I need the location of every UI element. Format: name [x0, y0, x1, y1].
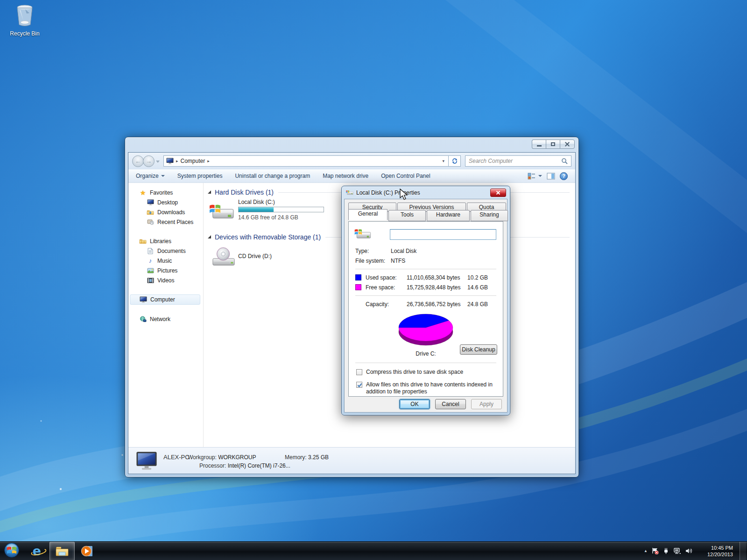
uninstall-program-button[interactable]: Uninstall or change a program — [235, 173, 310, 179]
media-player-icon — [81, 545, 94, 558]
apply-button[interactable]: Apply — [471, 399, 502, 409]
used-space-row: Used space: 11,010,658,304 bytes 10.2 GB — [349, 273, 503, 282]
pictures-label: Pictures — [157, 267, 177, 274]
type-label: Type: — [355, 248, 391, 254]
workgroup-row: Workgroup: WORKGROUP — [188, 454, 256, 461]
hard-drive-icon — [209, 202, 234, 223]
show-hidden-icons-button[interactable]: ▲ — [644, 549, 648, 553]
recycle-bin-icon — [14, 3, 35, 28]
sidebar-item-libraries[interactable]: Libraries — [128, 236, 203, 246]
breadcrumb-arrow-icon[interactable]: ▸ — [205, 159, 212, 163]
preview-pane-button[interactable] — [547, 173, 555, 180]
taskbar-internet-explorer[interactable]: e — [24, 542, 49, 560]
volume-label-input[interactable] — [390, 229, 496, 240]
forward-button[interactable]: → — [143, 155, 155, 167]
compress-checkbox-label[interactable]: Compress this drive to save disk space — [366, 369, 503, 376]
tab-general[interactable]: General — [348, 209, 388, 220]
sidebar-item-downloads[interactable]: Downloads — [128, 207, 203, 217]
group-title: Devices with Removable Storage (1) — [215, 233, 321, 241]
back-arrow-icon: ← — [135, 158, 141, 165]
index-checkbox-label[interactable]: Allow files on this drive to have conten… — [366, 381, 503, 395]
sidebar-item-desktop[interactable]: Desktop — [128, 197, 203, 207]
general-tab-page: Type: Local Disk File system: NTFS Used … — [348, 221, 503, 397]
capacity-bar — [238, 207, 324, 212]
downloads-label: Downloads — [157, 209, 185, 216]
back-button[interactable]: ← — [132, 155, 144, 167]
dialog-title: Local Disk (C:) Properties — [356, 189, 420, 196]
tab-hardware[interactable]: Hardware — [427, 210, 470, 221]
type-value: Local Disk — [391, 248, 416, 254]
collapse-triangle-icon — [208, 190, 211, 194]
dialog-close-button[interactable] — [490, 189, 506, 197]
breadcrumb-location[interactable]: Computer — [181, 158, 205, 164]
map-network-drive-button[interactable]: Map network drive — [323, 173, 368, 179]
address-dropdown-icon[interactable]: ▾ — [438, 159, 448, 163]
close-button[interactable] — [560, 140, 575, 149]
volume-speaker-icon[interactable] — [685, 547, 693, 554]
power-plug-icon[interactable] — [662, 547, 669, 554]
properties-dialog: Local Disk (C:) Properties Security Prev… — [341, 186, 510, 415]
start-button[interactable] — [4, 542, 20, 560]
processor-row: Processor: Intel(R) Core(TM) i7-26... — [199, 462, 290, 469]
history-dropdown-icon[interactable] — [156, 161, 160, 165]
details-pane: ALEX-PC Workgroup: WORKGROUP Memory: 3.2… — [128, 447, 575, 474]
system-properties-button[interactable]: System properties — [177, 173, 223, 179]
taskbar-windows-explorer[interactable] — [49, 542, 75, 560]
group-title: Hard Disk Drives (1) — [215, 189, 274, 196]
organize-menu[interactable]: Organize — [136, 173, 165, 179]
processor-value: Intel(R) Core(TM) i7-26... — [228, 462, 290, 469]
libraries-label: Libraries — [150, 238, 171, 245]
minimize-button[interactable] — [532, 140, 546, 149]
search-icon[interactable] — [561, 158, 568, 165]
tab-sharing[interactable]: Sharing — [471, 210, 508, 221]
refresh-button[interactable] — [449, 155, 461, 167]
check-icon — [357, 382, 363, 388]
sidebar-item-documents[interactable]: Documents — [128, 246, 203, 256]
desktop-label: Desktop — [157, 199, 178, 206]
network-status-icon[interactable] — [673, 547, 681, 554]
capacity-label: Capacity: — [366, 301, 407, 308]
capacity-gb: 24.8 GB — [467, 301, 488, 308]
taskbar-media-player[interactable] — [75, 542, 100, 560]
libraries-icon — [139, 238, 147, 244]
sidebar-item-computer[interactable]: Computer — [130, 294, 200, 305]
breadcrumb-arrow-icon: ▸ — [174, 159, 181, 163]
ok-button[interactable]: OK — [399, 399, 430, 409]
maximize-button[interactable] — [546, 140, 560, 149]
compress-checkbox-row: Compress this drive to save disk space — [356, 369, 503, 376]
sidebar-item-videos[interactable]: Videos — [128, 275, 203, 285]
action-center-flag-icon[interactable] — [651, 547, 659, 554]
memory-value: 3.25 GB — [308, 454, 329, 461]
disk-cleanup-button[interactable]: Disk Cleanup — [460, 344, 497, 355]
tab-tools[interactable]: Tools — [388, 210, 426, 221]
processor-label: Processor: — [199, 462, 226, 469]
help-button[interactable]: ? — [560, 172, 568, 180]
drive-name: Local Disk (C:) — [238, 199, 324, 205]
dialog-titlebar[interactable]: Local Disk (C:) Properties — [342, 186, 510, 199]
sidebar-item-music[interactable]: ♪ Music — [128, 256, 203, 266]
tab-strip: Security Previous Versions Quota General… — [348, 203, 503, 222]
help-icon: ? — [562, 173, 565, 179]
open-control-panel-button[interactable]: Open Control Panel — [381, 173, 430, 179]
desktop: Recycle Bin ← → ▸ Computer ▸ ▾ — [0, 0, 747, 560]
show-desktop-button[interactable] — [740, 542, 746, 560]
address-bar-row: ← → ▸ Computer ▸ ▾ — [128, 153, 575, 169]
change-view-button[interactable] — [528, 173, 542, 180]
videos-icon — [146, 278, 155, 283]
search-input[interactable] — [465, 158, 561, 164]
minimize-icon — [537, 145, 542, 147]
sidebar-item-pictures[interactable]: Pictures — [128, 266, 203, 275]
index-checkbox[interactable] — [356, 382, 362, 388]
filesystem-value: NTFS — [391, 258, 405, 264]
folder-icon — [55, 546, 69, 557]
address-breadcrumb[interactable]: ▸ Computer ▸ ▾ — [163, 155, 449, 167]
sidebar-item-recent-places[interactable]: Recent Places — [128, 217, 203, 227]
sidebar-item-favorites[interactable]: ★ Favorites — [128, 188, 203, 197]
sidebar-item-network[interactable]: Network — [128, 314, 203, 324]
refresh-icon — [451, 158, 458, 164]
compress-checkbox[interactable] — [356, 369, 362, 375]
taskbar-clock[interactable]: 10:45 PM 12/20/2013 — [698, 545, 733, 558]
drive-icon — [354, 227, 371, 241]
cancel-button[interactable]: Cancel — [435, 399, 466, 409]
recycle-bin[interactable]: Recycle Bin — [4, 3, 46, 37]
